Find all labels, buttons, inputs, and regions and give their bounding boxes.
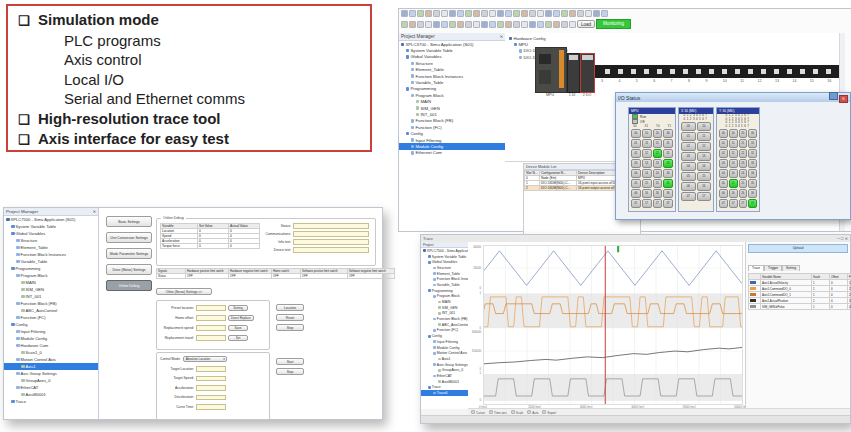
tree-item[interactable]: Module Config xyxy=(4,335,98,342)
tree-item[interactable]: Trace0 xyxy=(421,390,468,396)
toolbar-icon[interactable] xyxy=(425,10,432,17)
tree-item[interactable]: Config xyxy=(4,321,98,328)
toolbar-icon[interactable] xyxy=(521,10,528,17)
toolbar-icon[interactable] xyxy=(401,10,408,17)
io-point-button[interactable]: 37 xyxy=(663,199,673,208)
io-point-button[interactable]: 34 xyxy=(748,169,757,178)
io-point-button[interactable]: 00 xyxy=(681,122,696,131)
io-point-button[interactable]: 37 xyxy=(748,199,757,208)
nav-button-drive-motor-settings[interactable]: Drive (Motor) Settings xyxy=(106,264,152,275)
io-point-button[interactable]: 16 xyxy=(697,182,712,191)
legend-tab-trace[interactable]: Trace xyxy=(748,265,764,271)
tree-item[interactable]: Scan1_0 xyxy=(4,349,98,356)
field-input[interactable] xyxy=(293,231,369,237)
io-point-button[interactable]: 22 xyxy=(739,149,748,158)
table-row[interactable]: Torque force00 xyxy=(161,244,260,249)
toolbar-icon[interactable] xyxy=(409,21,416,28)
toolbar-icon[interactable] xyxy=(417,21,424,28)
side-button-reset[interactable]: Reset xyxy=(276,314,304,321)
tree-item[interactable]: Function (FC) xyxy=(4,314,98,321)
tree-item[interactable]: Hardware Com xyxy=(4,342,98,349)
io-point-button[interactable]: 35 xyxy=(748,179,757,188)
tree-item[interactable]: Global Variables xyxy=(4,230,98,237)
io-point-button[interactable]: 03 xyxy=(631,159,641,168)
toolbar-icon[interactable] xyxy=(569,21,576,28)
io-point-button[interactable]: 06 xyxy=(681,182,696,191)
field-input[interactable] xyxy=(196,395,226,401)
close-icon[interactable]: ✕ xyxy=(845,236,848,241)
minimize-button[interactable] xyxy=(829,92,838,100)
field-input[interactable] xyxy=(196,385,226,391)
io-point-button[interactable]: 13 xyxy=(642,159,652,168)
toolbar-icon[interactable] xyxy=(465,10,472,17)
tree-item[interactable]: Motion Control Axis xyxy=(4,356,98,363)
toolbar-icon[interactable] xyxy=(505,10,512,17)
io-point-button[interactable]: 06 xyxy=(719,189,728,198)
io-point-button[interactable]: 17 xyxy=(729,199,738,208)
field-input[interactable] xyxy=(293,239,369,245)
toolbar-icon[interactable] xyxy=(529,10,536,17)
io-point-button[interactable]: 27 xyxy=(653,199,663,208)
tree-item[interactable]: Function Block (FB) xyxy=(4,300,98,307)
io-point-button[interactable]: 13 xyxy=(729,159,738,168)
panel-close-icon[interactable]: ✕ xyxy=(500,34,503,39)
legend-row[interactable]: SIM_GEN.bPulse104 xyxy=(749,304,851,310)
legend-tab-trigger[interactable]: Trigger xyxy=(764,265,782,271)
toolbar-icon[interactable] xyxy=(601,10,608,17)
toolbar-icon[interactable] xyxy=(457,10,464,17)
io-point-button[interactable]: 10 xyxy=(729,129,738,138)
tree-item[interactable]: Variable_Table xyxy=(4,258,98,265)
io-point-button[interactable]: 11 xyxy=(729,139,738,148)
io-point-button[interactable]: 03 xyxy=(681,152,696,161)
toolbar-icon[interactable] xyxy=(537,10,544,17)
toolbar-icon[interactable] xyxy=(545,21,552,28)
io-point-button[interactable]: 33 xyxy=(748,159,757,168)
toolbar-icon[interactable] xyxy=(441,21,448,28)
io-point-button[interactable]: 05 xyxy=(719,179,728,188)
io-point-button[interactable]: 10 xyxy=(697,122,712,131)
load-button[interactable]: Load xyxy=(577,20,595,28)
toolbar-icon[interactable] xyxy=(585,10,592,17)
io-point-button[interactable]: 02 xyxy=(631,149,641,158)
tree-item[interactable]: System Variable Table xyxy=(4,223,98,230)
io-point-button[interactable]: 23 xyxy=(739,159,748,168)
tree-item[interactable]: AxisM0001 xyxy=(4,391,98,398)
io-point-button[interactable]: 31 xyxy=(663,139,673,148)
panel-close-icon[interactable]: ✕ xyxy=(93,209,96,214)
io-point-button[interactable]: 32 xyxy=(663,149,673,158)
toolbar-icon[interactable] xyxy=(433,10,440,17)
io-point-button[interactable]: 27 xyxy=(739,199,748,208)
field-input[interactable] xyxy=(196,325,226,331)
io-point-button[interactable]: 00 xyxy=(719,129,728,138)
tree-item[interactable]: Structure xyxy=(4,237,98,244)
toolbar-icon[interactable] xyxy=(473,10,480,17)
io-point-button[interactable]: 16 xyxy=(729,189,738,198)
toolbar-icon[interactable] xyxy=(529,21,536,28)
tree-item[interactable]: XPLC7500 - Simu Application (S01) xyxy=(421,248,468,254)
servo-settings-button[interactable]: Other (Servo) Settings >> xyxy=(156,288,212,295)
io-point-button[interactable]: 07 xyxy=(631,199,641,208)
toolbar-icon[interactable] xyxy=(401,21,408,28)
io-module-2-selected[interactable] xyxy=(580,53,595,93)
io-point-button[interactable]: 21 xyxy=(653,139,663,148)
io-point-button[interactable]: 03 xyxy=(719,159,728,168)
toolbar-icon[interactable] xyxy=(561,10,568,17)
tree-item[interactable]: Trace xyxy=(4,398,98,405)
toolbar-icon[interactable] xyxy=(537,21,544,28)
io-point-button[interactable]: 01 xyxy=(719,139,728,148)
io-point-button[interactable]: 14 xyxy=(697,162,712,171)
field-input[interactable] xyxy=(196,315,226,321)
form-button[interactable]: Save xyxy=(228,325,248,331)
tree-item[interactable]: Function Block Instances xyxy=(4,251,98,258)
io-point-button[interactable]: 30 xyxy=(748,129,757,138)
io-point-button[interactable]: 02 xyxy=(719,149,728,158)
toolbar-icon[interactable] xyxy=(593,10,600,17)
tree-item[interactable]: Element_Table xyxy=(4,244,98,251)
toolbar-icon[interactable] xyxy=(561,21,568,28)
io-point-button[interactable]: 11 xyxy=(697,132,712,141)
tree-item[interactable]: INT_001 xyxy=(4,293,98,300)
tree-item[interactable]: EtherCAT xyxy=(4,384,98,391)
toolbar-icon[interactable] xyxy=(473,21,480,28)
tree-item[interactable]: Input Filtering xyxy=(4,328,98,335)
io-point-button[interactable]: 36 xyxy=(663,189,673,198)
